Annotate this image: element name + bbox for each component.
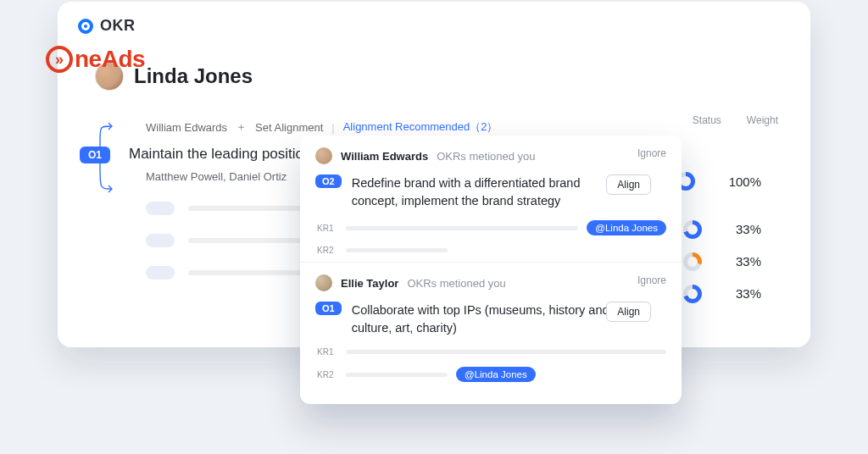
avatar [315,147,332,164]
separator: | [331,121,334,134]
brand-icon: » [46,46,73,73]
objective-weight: 100% [729,174,761,189]
objective-pill: O1 [80,147,110,163]
ignore-button[interactable]: Ignore [637,274,666,286]
columns-header: Status Weight [693,114,778,126]
kr-pill-placeholder [146,234,175,247]
kr-pill-placeholder [146,266,175,280]
brand-text: neAds [75,46,145,73]
col-weight: Weight [747,114,778,126]
objective-owner[interactable]: William Edwards [146,121,227,134]
profile-row: Linda Jones [95,62,790,91]
rec-user[interactable]: William Edwards [341,150,428,163]
kr-tag: KR1 [317,347,337,357]
objective-meta: William Edwards ＋ Set Alignment | Alignm… [146,119,773,135]
app-title: OKR [100,17,136,35]
mention-chip[interactable]: @Linda Jones [456,367,536,382]
rec-subtext: OKRs metioned you [407,277,505,290]
rec-subtext: OKRs metioned you [437,150,535,163]
kr-pill-placeholder [146,202,175,215]
profile-name: Linda Jones [134,64,253,88]
app-header: OKR [78,17,790,35]
kr-tag: KR1 [317,224,337,233]
kr-text-placeholder [346,350,666,354]
col-status: Status [693,114,721,126]
brand-watermark: » neAds [46,46,145,73]
objective-metrics: 100% [676,172,761,191]
align-button[interactable]: Align [606,174,651,195]
kr-tag: KR2 [317,370,337,379]
rec-user[interactable]: Ellie Taylor [341,277,398,290]
recommendation-item: William Edwards OKRs metioned you Ignore… [300,136,682,263]
ignore-button[interactable]: Ignore [637,147,666,159]
kr-text-placeholder [346,248,448,252]
row-weight: 33% [736,286,761,301]
objective-pill: O2 [315,174,342,188]
recommendation-item: Ellie Taylor OKRs metioned you Ignore O1… [300,263,682,389]
set-alignment-link[interactable]: Set Alignment [255,121,323,134]
brand-icon-glyph: » [55,51,64,69]
avatar [315,274,332,291]
plus-icon[interactable]: ＋ [236,119,247,135]
alignment-recommendations-popover: William Edwards OKRs metioned you Ignore… [300,136,682,404]
okr-logo-icon [78,19,93,34]
mention-chip[interactable]: @Linda Jones [587,220,666,235]
align-button[interactable]: Align [606,302,651,322]
kr-text-placeholder [346,373,448,377]
objective-pill: O1 [315,302,342,315]
alignment-recommended-link[interactable]: Alignment Recommended（2） [343,119,498,135]
kr-tag: KR2 [317,246,337,255]
kr-text-placeholder [346,226,578,230]
status-donut-icon[interactable] [683,285,702,303]
